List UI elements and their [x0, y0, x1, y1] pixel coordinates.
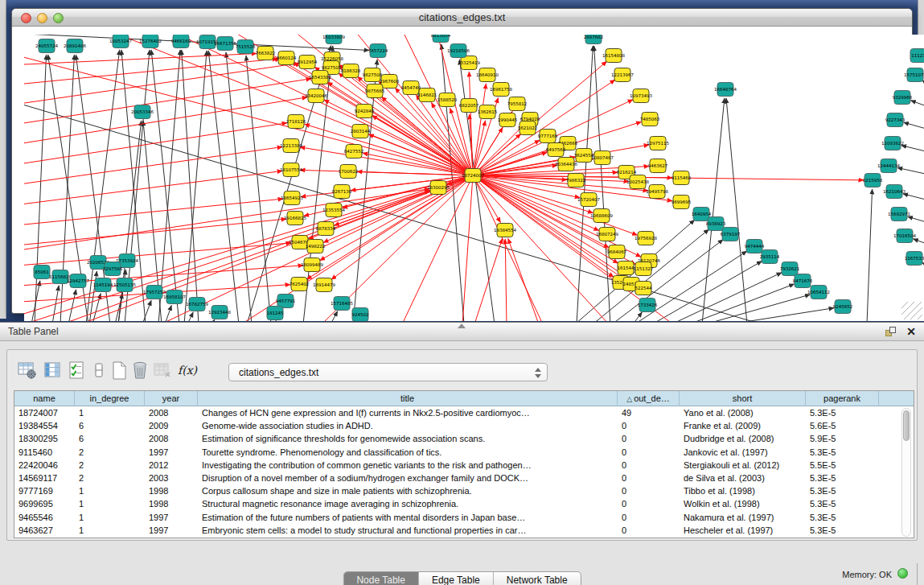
table-cell[interactable]: Wolkin et al. (1998)	[680, 497, 806, 510]
table-cell[interactable]: 1	[75, 406, 145, 419]
table-cell[interactable]: 0	[618, 511, 680, 524]
table-row[interactable]: 946362711997Embryonic stem cells: a mode…	[14, 524, 914, 537]
table-cell[interactable]: 9115460	[14, 446, 75, 459]
table-cell[interactable]: 5.5E-5	[806, 459, 879, 472]
function-builder-icon[interactable]: f(x)	[178, 360, 199, 381]
new-column-icon[interactable]	[109, 360, 129, 381]
table-select-dropdown[interactable]: citations_edges.txt	[228, 363, 548, 381]
tab-network-table[interactable]: Network Table	[494, 572, 581, 585]
graph-edge[interactable]	[508, 238, 539, 321]
table-cell[interactable]: Dudbridge et al. (2008)	[680, 432, 806, 445]
table-cell[interactable]: 2008	[145, 406, 198, 419]
table-cell[interactable]: 5.3E-5	[806, 497, 879, 510]
table-cell[interactable]: Investigating the contribution of common…	[198, 459, 618, 472]
network-graph-canvas[interactable]: 1872400776638228660124891295415226058982…	[24, 35, 924, 321]
table-cell[interactable]: 0	[618, 446, 680, 459]
table-cell[interactable]: 0	[618, 497, 680, 510]
graph-edge[interactable]	[910, 101, 924, 107]
graph-edge[interactable]	[908, 216, 924, 223]
graph-edge[interactable]	[633, 312, 642, 321]
graph-edge[interactable]	[705, 295, 810, 321]
table-cell[interactable]: 2009	[145, 419, 198, 432]
table-cell[interactable]: 0	[618, 432, 680, 445]
table-cell[interactable]: 18300295	[14, 432, 75, 445]
table-cell[interactable]: 9465546	[14, 511, 75, 524]
column-visibility-icon[interactable]	[43, 360, 64, 381]
panel-drag-handle-icon[interactable]	[458, 323, 466, 328]
table-cell[interactable]: 49	[618, 406, 680, 419]
table-cell[interactable]: Disruption of a novel member of a sodium…	[198, 472, 618, 484]
table-cell[interactable]: 0	[618, 524, 680, 537]
table-cell[interactable]: 6	[75, 419, 145, 432]
delete-column-icon[interactable]	[129, 360, 150, 381]
table-row[interactable]: 1830029562008Estimation of significance …	[14, 432, 914, 445]
table-cell[interactable]: 5.3E-5	[806, 511, 879, 524]
graph-edge[interactable]	[62, 191, 430, 321]
column-header-short[interactable]: short	[680, 391, 806, 406]
table-cell[interactable]: 5.3E-5	[806, 406, 879, 419]
select-all-columns-icon[interactable]	[67, 360, 88, 381]
table-cell[interactable]: Estimation of the future numbers of pati…	[198, 511, 618, 524]
table-cell[interactable]: 9777169	[14, 484, 75, 497]
graph-edge[interactable]	[901, 146, 924, 152]
table-cell[interactable]: Nakamura et al. (1997)	[680, 511, 806, 524]
column-header-name[interactable]: name	[14, 391, 75, 406]
table-cell[interactable]: 0	[618, 484, 680, 497]
graph-edge[interactable]	[726, 98, 747, 321]
table-cell[interactable]: Yano et al. (2008)	[680, 406, 806, 419]
table-cell[interactable]: 5.9E-5	[806, 432, 879, 445]
table-cell[interactable]: 1997	[145, 524, 198, 537]
table-row[interactable]: 977716911998Corpus callosum shape and si…	[14, 484, 914, 497]
table-cell[interactable]: 2	[75, 446, 145, 459]
graph-edge[interactable]	[24, 171, 282, 206]
close-panel-icon[interactable]: ✕	[906, 325, 916, 338]
scrollbar-thumb[interactable]	[903, 410, 910, 441]
table-row[interactable]: 1456911722003Disruption of a novel membe…	[14, 472, 914, 484]
table-cell[interactable]: 2003	[145, 472, 198, 484]
column-header-year[interactable]: year	[145, 391, 198, 406]
table-cell[interactable]: Tibbo et al. (1998)	[680, 484, 806, 497]
table-cell[interactable]: Tourette syndrome. Phenomenology and cla…	[198, 446, 618, 459]
network-graph[interactable]: 1872400776638228660124891295415226058982…	[24, 35, 924, 321]
graph-edge[interactable]	[897, 167, 924, 175]
graph-edge[interactable]	[151, 50, 179, 321]
table-cell[interactable]: 14569117	[14, 472, 75, 484]
table-cell[interactable]: 1	[75, 484, 145, 497]
row-mode-icon[interactable]	[88, 360, 109, 381]
graph-edge[interactable]	[246, 56, 271, 321]
table-cell[interactable]: Hescheler et al. (1997)	[680, 524, 806, 537]
table-cell[interactable]: 5.3E-5	[806, 484, 879, 497]
table-cell[interactable]: 22420046	[14, 459, 75, 472]
table-cell[interactable]: 1998	[145, 497, 198, 510]
tab-node-table[interactable]: Node Table	[343, 572, 419, 585]
graph-edge[interactable]	[68, 290, 76, 321]
table-cell[interactable]: 2008	[145, 432, 198, 445]
graph-edge[interactable]	[24, 79, 311, 126]
table-cell[interactable]: 9463627	[14, 524, 75, 537]
table-cell[interactable]: 2	[75, 472, 145, 484]
graph-edge[interactable]	[24, 97, 307, 146]
vertical-scrollbar[interactable]	[901, 408, 911, 537]
graph-edge[interactable]	[226, 52, 252, 321]
column-header-title[interactable]: title	[198, 391, 618, 406]
graph-edge[interactable]	[24, 64, 298, 105]
table-cell[interactable]: 5.3E-5	[806, 524, 879, 537]
table-cell[interactable]: de Silva et al. (2003)	[680, 472, 806, 484]
table-cell[interactable]: 1997	[145, 446, 198, 459]
graph-edge[interactable]	[165, 305, 171, 321]
float-panel-icon[interactable]	[885, 327, 897, 337]
tab-edge-table[interactable]: Edge Table	[419, 572, 494, 585]
table-cell[interactable]: Stergiakouli et al. (2012)	[680, 459, 806, 472]
table-cell[interactable]: 2012	[145, 459, 198, 472]
graph-edge[interactable]	[462, 175, 473, 321]
table-cell[interactable]: 5.6E-5	[806, 419, 879, 432]
table-cell[interactable]: Changes of HCN gene expression and I(f) …	[198, 406, 618, 419]
graph-edge[interactable]	[368, 134, 473, 175]
table-panel-header[interactable]: Table Panel ✕	[0, 322, 924, 341]
graph-edge[interactable]	[208, 51, 239, 321]
table-cell[interactable]: Estimation of significance thresholds fo…	[198, 432, 618, 445]
graph-edge[interactable]	[904, 122, 924, 130]
graph-edge[interactable]	[594, 46, 610, 321]
table-cell[interactable]: 9699695	[14, 497, 75, 510]
table-cell[interactable]: Genome-wide association studies in ADHD.	[198, 419, 618, 432]
